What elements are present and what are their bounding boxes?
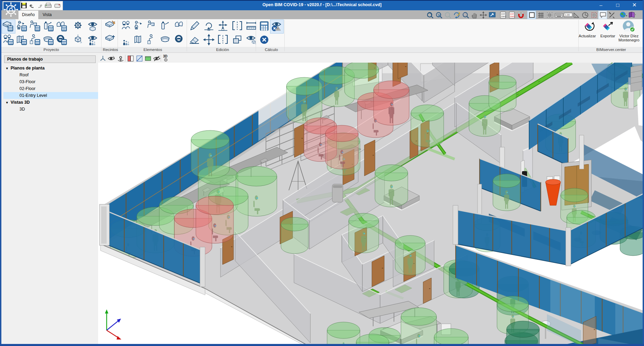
svg-text:1.00: 1.00 <box>565 14 570 16</box>
svg-text:DWG: DWG <box>501 15 506 17</box>
svg-text:DXF: DXF <box>510 13 514 15</box>
svg-text:DWG: DWG <box>510 15 515 17</box>
svg-text:DXF: DXF <box>501 13 505 15</box>
